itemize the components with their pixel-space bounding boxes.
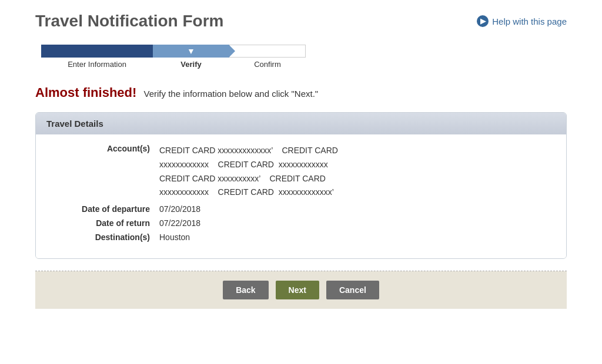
footer-buttons: Back Next Cancel [35, 271, 567, 309]
step-label-confirm: Confirm [254, 60, 281, 69]
page-header: Travel Notification Form ▶ Help with thi… [35, 12, 567, 31]
back-button[interactable]: Back [223, 281, 268, 299]
step-bar-completed [41, 45, 153, 58]
accounts-row: Account(s) CREDIT CARD xxxxxxxxxxxxx’ CR… [53, 144, 549, 200]
cancel-button[interactable]: Cancel [326, 281, 379, 299]
destination-row: Destination(s) Houston [53, 232, 549, 242]
almost-finished-section: Almost finished! Verify the information … [35, 85, 567, 100]
step-label-verify: Verify [180, 60, 201, 69]
help-link-text: Help with this page [492, 16, 567, 26]
progress-steps: Enter Information ▼ Verify Confirm [35, 45, 567, 69]
departure-row: Date of departure 07/20/2018 [53, 204, 549, 214]
help-link[interactable]: ▶ Help with this page [477, 15, 567, 27]
step-verify: ▼ Verify [153, 45, 229, 69]
travel-details-header: Travel Details [36, 113, 566, 134]
step-confirm: Confirm [229, 45, 306, 69]
travel-details-title: Travel Details [46, 119, 103, 129]
return-value: 07/22/2018 [159, 218, 549, 228]
destination-value: Houston [159, 232, 549, 242]
departure-label: Date of departure [53, 204, 159, 214]
help-icon: ▶ [477, 15, 489, 27]
destination-label: Destination(s) [53, 232, 159, 242]
step-label-enter-information: Enter Information [68, 60, 126, 69]
almost-finished-subtitle: Verify the information below and click "… [144, 89, 319, 99]
accounts-label: Account(s) [53, 144, 159, 153]
return-row: Date of return 07/22/2018 [53, 218, 549, 228]
page-title: Travel Notification Form [35, 12, 224, 31]
return-label: Date of return [53, 218, 159, 228]
travel-details-box: Travel Details Account(s) CREDIT CARD xx… [35, 112, 567, 259]
travel-details-content: Account(s) CREDIT CARD xxxxxxxxxxxxx’ CR… [36, 134, 566, 258]
departure-value: 07/20/2018 [159, 204, 549, 214]
step-bar-active: ▼ [153, 45, 229, 58]
step-bar-inactive [229, 45, 306, 58]
almost-finished-title: Almost finished! [35, 85, 136, 100]
step-enter-information: Enter Information [41, 45, 153, 69]
next-button[interactable]: Next [276, 281, 319, 299]
step-arrow-icon: ▼ [187, 46, 195, 56]
accounts-value: CREDIT CARD xxxxxxxxxxxxx’ CREDIT CARD x… [159, 144, 549, 200]
